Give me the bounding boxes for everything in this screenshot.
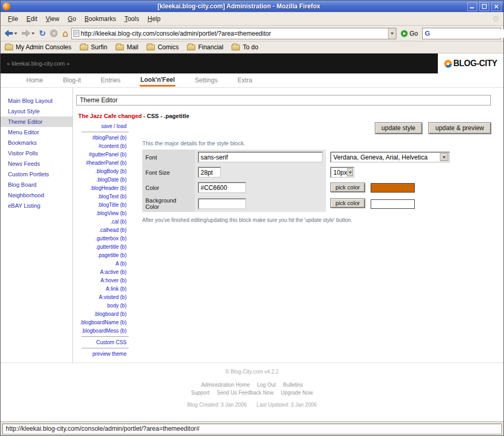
- stop-icon: ✕: [50, 29, 58, 37]
- style-block-link[interactable]: .blogboard (b): [76, 310, 129, 318]
- browser-window: [kleekai.blog-city.com] Administration -…: [0, 0, 504, 436]
- custom-css-link[interactable]: Custom CSS: [76, 338, 129, 347]
- back-dropdown-icon[interactable]: [14, 33, 17, 35]
- style-block-link[interactable]: .cal (b): [76, 218, 129, 226]
- close-button[interactable]: [491, 2, 501, 11]
- page-viewport: « kleekai.blog-city.com » BLOG-CITY Home…: [1, 54, 503, 421]
- folder-icon: [5, 45, 13, 50]
- reload-button[interactable]: ↻: [38, 28, 47, 39]
- pick-color-button[interactable]: pick color: [330, 183, 365, 192]
- sidebar-item[interactable]: Neighborhood: [1, 190, 72, 200]
- menu-item[interactable]: View: [41, 13, 64, 25]
- font-family-select[interactable]: Verdana, Geneva, Arial, Helvetica: [330, 152, 450, 163]
- footer-link[interactable]: Upgrade Now: [281, 390, 313, 396]
- sidebar-item[interactable]: eBAY Listing: [1, 200, 72, 211]
- bookmark-folder[interactable]: To do: [232, 44, 258, 51]
- site-tab[interactable]: Look'n'Feel: [140, 75, 175, 87]
- sidebar-item[interactable]: Menu Editor: [1, 127, 72, 137]
- menu-item[interactable]: Bookmarks: [80, 13, 120, 25]
- bookmark-folder[interactable]: My Admin Consoles: [5, 44, 71, 51]
- style-block-link[interactable]: .blogView (b): [76, 209, 129, 218]
- footer-link[interactable]: Bulletins: [283, 382, 303, 388]
- forward-button[interactable]: [20, 29, 36, 38]
- menu-item[interactable]: File: [4, 13, 22, 25]
- style-block-link[interactable]: A:hover (b): [76, 277, 129, 285]
- site-tab[interactable]: Extra: [237, 75, 253, 86]
- style-block-link[interactable]: .blogHeader (b): [76, 184, 129, 193]
- menu-item[interactable]: Edit: [22, 13, 41, 25]
- save-load-link[interactable]: save / load: [76, 122, 129, 131]
- footer-link[interactable]: Administration Home: [201, 382, 250, 388]
- menu-item[interactable]: Go: [64, 13, 80, 25]
- style-block-link[interactable]: .gutterbox (b): [76, 235, 129, 243]
- style-block-link[interactable]: #gutterPanel (b): [76, 151, 129, 159]
- style-block-link[interactable]: #blogPanel (b): [76, 134, 129, 142]
- page-favicon: [74, 30, 79, 37]
- font-size-input[interactable]: [198, 167, 221, 178]
- preview-theme-link[interactable]: preview theme: [76, 350, 129, 358]
- menu-item[interactable]: Help: [143, 13, 165, 25]
- sidebar-item[interactable]: Theme Editor: [1, 116, 72, 127]
- style-block-link[interactable]: .blogboardMess (b): [76, 327, 129, 335]
- style-block-link[interactable]: .blogTitle (b): [76, 201, 129, 209]
- firefox-icon: [3, 3, 10, 10]
- bookmark-folder[interactable]: Surfin: [80, 44, 107, 51]
- style-block-link[interactable]: .blogDate (b): [76, 176, 129, 184]
- update-preview-button[interactable]: update & preview: [428, 122, 491, 134]
- pick-background-color-button[interactable]: pick color: [330, 198, 365, 208]
- style-block-link[interactable]: .blogText (b): [76, 193, 129, 201]
- style-block-link[interactable]: .blogboardName (b): [76, 318, 129, 327]
- maximize-button[interactable]: [479, 2, 489, 11]
- sidebar-item[interactable]: News Feeds: [1, 158, 72, 169]
- color-input[interactable]: [198, 182, 246, 193]
- footer-link[interactable]: Log Out: [257, 382, 276, 388]
- minimize-button[interactable]: [467, 2, 477, 11]
- sidebar-item[interactable]: Bookmarks: [1, 137, 72, 148]
- separator: [81, 132, 129, 132]
- style-block-link[interactable]: A:visited (b): [76, 293, 129, 302]
- sidebar-item[interactable]: Custom Portlets: [1, 169, 72, 179]
- menu-item[interactable]: Tools: [120, 13, 143, 25]
- style-block-link[interactable]: A:link (b): [76, 285, 129, 293]
- site-tab[interactable]: Settings: [194, 75, 218, 86]
- footer-link[interactable]: Support: [191, 390, 209, 396]
- site-header: « kleekai.blog-city.com » BLOG-CITY: [1, 54, 503, 73]
- back-button[interactable]: [3, 29, 18, 38]
- folder-icon: [232, 45, 240, 50]
- breadcrumb: « kleekai.blog-city.com »: [7, 60, 70, 67]
- home-button[interactable]: ⌂: [61, 28, 69, 39]
- style-block-link[interactable]: A:active (b): [76, 268, 129, 277]
- sidebar-item[interactable]: Main Blog Layout: [1, 95, 72, 106]
- folder-icon: [80, 45, 88, 50]
- background-color-input[interactable]: [198, 198, 246, 209]
- style-block-link[interactable]: .calhead (b): [76, 226, 129, 235]
- style-block-link[interactable]: body (b): [76, 302, 129, 310]
- footer-link[interactable]: Send Us Feedback Now: [217, 390, 274, 396]
- stop-button[interactable]: ✕: [49, 28, 59, 38]
- update-style-button[interactable]: update style: [375, 122, 423, 134]
- style-block-link[interactable]: .blogBody (b): [76, 167, 129, 176]
- site-tab[interactable]: Home: [26, 75, 44, 86]
- bookmark-folder[interactable]: Mail: [116, 44, 138, 51]
- style-block-link[interactable]: A (b): [76, 260, 129, 268]
- style-block-link[interactable]: #headerPanel (b): [76, 159, 129, 167]
- sidebar-item[interactable]: Layout Style: [1, 106, 72, 116]
- font-size-select[interactable]: 10px: [330, 167, 354, 178]
- style-block-link[interactable]: .guttertitle (b): [76, 243, 129, 251]
- bookmark-folder[interactable]: Comics: [146, 44, 178, 51]
- style-block-link[interactable]: #content (b): [76, 142, 129, 151]
- site-tab[interactable]: Entries: [100, 75, 121, 86]
- url-input[interactable]: [81, 29, 386, 38]
- background-color-swatch: [371, 199, 415, 209]
- search-input[interactable]: [432, 29, 504, 38]
- blogcity-swirl-icon: [444, 60, 452, 68]
- go-button[interactable]: Go: [398, 29, 420, 38]
- forward-dropdown-icon[interactable]: [32, 33, 35, 35]
- bookmark-folder[interactable]: Financial: [187, 44, 223, 51]
- url-dropdown-button[interactable]: [388, 28, 396, 39]
- sidebar-item[interactable]: Blog Board: [1, 179, 72, 190]
- font-input[interactable]: [198, 152, 323, 163]
- site-tab[interactable]: Blog-it: [62, 75, 81, 86]
- style-block-link[interactable]: .pagetitle (b): [76, 251, 129, 260]
- sidebar-item[interactable]: Visitor Polls: [1, 148, 72, 158]
